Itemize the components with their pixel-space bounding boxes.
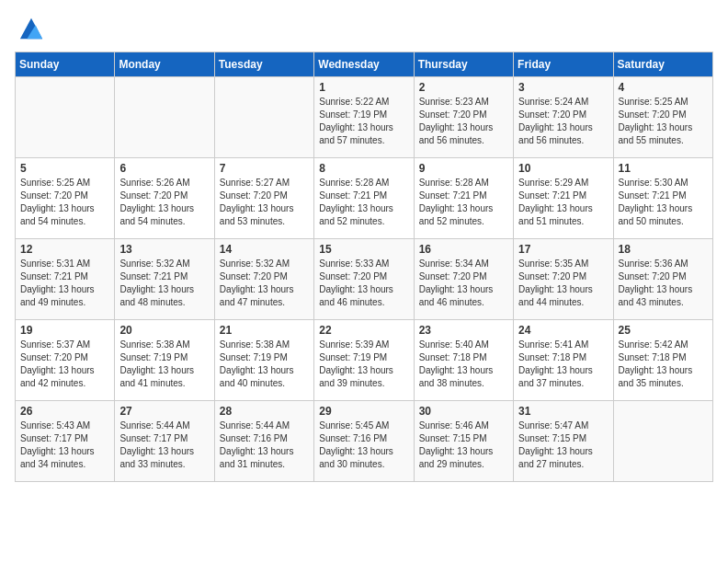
day-info: Sunrise: 5:25 AM Sunset: 7:20 PM Dayligh… [20, 177, 109, 228]
day-info: Sunrise: 5:22 AM Sunset: 7:19 PM Dayligh… [319, 96, 408, 147]
calendar-cell: 31Sunrise: 5:47 AM Sunset: 7:15 PM Dayli… [514, 401, 613, 482]
logo-icon [18, 15, 44, 40]
day-header-wednesday: Wednesday [314, 52, 414, 77]
day-number: 10 [518, 162, 608, 175]
day-info: Sunrise: 5:42 AM Sunset: 7:18 PM Dayligh… [619, 339, 708, 390]
day-number: 14 [220, 243, 309, 256]
logo [15, 15, 44, 40]
calendar-cell: 9Sunrise: 5:28 AM Sunset: 7:21 PM Daylig… [414, 158, 513, 239]
calendar-cell: 1Sunrise: 5:22 AM Sunset: 7:19 PM Daylig… [314, 77, 414, 158]
day-info: Sunrise: 5:24 AM Sunset: 7:20 PM Dayligh… [518, 96, 608, 147]
day-number: 13 [119, 243, 209, 256]
calendar-cell: 13Sunrise: 5:32 AM Sunset: 7:21 PM Dayli… [115, 239, 214, 320]
day-number: 12 [20, 243, 109, 256]
day-number: 23 [419, 324, 508, 337]
day-header-friday: Friday [514, 52, 613, 77]
calendar-cell: 12Sunrise: 5:31 AM Sunset: 7:21 PM Dayli… [16, 239, 115, 320]
calendar-cell: 23Sunrise: 5:40 AM Sunset: 7:18 PM Dayli… [414, 320, 513, 401]
day-info: Sunrise: 5:36 AM Sunset: 7:20 PM Dayligh… [619, 258, 708, 309]
day-number: 21 [220, 324, 309, 337]
day-number: 3 [518, 81, 608, 94]
day-header-saturday: Saturday [613, 52, 712, 77]
day-info: Sunrise: 5:47 AM Sunset: 7:15 PM Dayligh… [518, 419, 608, 471]
day-info: Sunrise: 5:38 AM Sunset: 7:19 PM Dayligh… [119, 339, 209, 390]
day-number: 18 [619, 243, 708, 256]
calendar-cell: 8Sunrise: 5:28 AM Sunset: 7:21 PM Daylig… [314, 158, 414, 239]
calendar-cell: 18Sunrise: 5:36 AM Sunset: 7:20 PM Dayli… [613, 239, 712, 320]
day-number: 31 [518, 405, 608, 418]
day-info: Sunrise: 5:38 AM Sunset: 7:19 PM Dayligh… [220, 339, 309, 390]
day-info: Sunrise: 5:27 AM Sunset: 7:20 PM Dayligh… [220, 177, 309, 228]
calendar-cell: 20Sunrise: 5:38 AM Sunset: 7:19 PM Dayli… [115, 320, 214, 401]
day-info: Sunrise: 5:37 AM Sunset: 7:20 PM Dayligh… [20, 339, 109, 390]
day-number: 24 [518, 324, 608, 337]
day-info: Sunrise: 5:26 AM Sunset: 7:20 PM Dayligh… [119, 177, 209, 228]
day-info: Sunrise: 5:34 AM Sunset: 7:20 PM Dayligh… [419, 258, 508, 309]
calendar-cell: 11Sunrise: 5:30 AM Sunset: 7:21 PM Dayli… [613, 158, 712, 239]
day-number: 2 [419, 81, 508, 94]
day-info: Sunrise: 5:39 AM Sunset: 7:19 PM Dayligh… [319, 339, 408, 390]
calendar-body: 1Sunrise: 5:22 AM Sunset: 7:19 PM Daylig… [16, 77, 713, 482]
calendar-cell: 7Sunrise: 5:27 AM Sunset: 7:20 PM Daylig… [214, 158, 313, 239]
page-header [15, 15, 713, 40]
calendar-table: SundayMondayTuesdayWednesdayThursdayFrid… [15, 52, 713, 482]
day-number: 17 [518, 243, 608, 256]
calendar-header: SundayMondayTuesdayWednesdayThursdayFrid… [16, 52, 713, 77]
week-row-1: 1Sunrise: 5:22 AM Sunset: 7:19 PM Daylig… [16, 77, 713, 158]
calendar-cell [214, 77, 313, 158]
day-info: Sunrise: 5:40 AM Sunset: 7:18 PM Dayligh… [419, 339, 508, 390]
day-number: 20 [119, 324, 209, 337]
day-info: Sunrise: 5:33 AM Sunset: 7:20 PM Dayligh… [319, 258, 408, 309]
calendar-cell: 24Sunrise: 5:41 AM Sunset: 7:18 PM Dayli… [514, 320, 613, 401]
day-info: Sunrise: 5:45 AM Sunset: 7:16 PM Dayligh… [319, 419, 408, 471]
day-info: Sunrise: 5:28 AM Sunset: 7:21 PM Dayligh… [419, 177, 508, 228]
calendar-cell: 15Sunrise: 5:33 AM Sunset: 7:20 PM Dayli… [314, 239, 414, 320]
day-number: 30 [419, 405, 508, 418]
calendar-cell: 28Sunrise: 5:44 AM Sunset: 7:16 PM Dayli… [214, 401, 313, 482]
header-row: SundayMondayTuesdayWednesdayThursdayFrid… [16, 52, 713, 77]
day-number: 27 [119, 405, 209, 418]
day-number: 7 [220, 162, 309, 175]
calendar-cell: 26Sunrise: 5:43 AM Sunset: 7:17 PM Dayli… [16, 401, 115, 482]
calendar-cell [613, 401, 712, 482]
day-header-sunday: Sunday [16, 52, 115, 77]
day-info: Sunrise: 5:31 AM Sunset: 7:21 PM Dayligh… [20, 258, 109, 309]
day-info: Sunrise: 5:46 AM Sunset: 7:15 PM Dayligh… [419, 419, 508, 471]
day-info: Sunrise: 5:32 AM Sunset: 7:21 PM Dayligh… [119, 258, 209, 309]
day-number: 19 [20, 324, 109, 337]
day-number: 9 [419, 162, 508, 175]
day-number: 26 [20, 405, 109, 418]
day-info: Sunrise: 5:44 AM Sunset: 7:17 PM Dayligh… [119, 419, 209, 471]
day-number: 22 [319, 324, 408, 337]
day-header-monday: Monday [115, 52, 214, 77]
calendar-cell: 4Sunrise: 5:25 AM Sunset: 7:20 PM Daylig… [613, 77, 712, 158]
calendar-cell: 29Sunrise: 5:45 AM Sunset: 7:16 PM Dayli… [314, 401, 414, 482]
day-number: 16 [419, 243, 508, 256]
calendar-cell: 27Sunrise: 5:44 AM Sunset: 7:17 PM Dayli… [115, 401, 214, 482]
day-number: 1 [319, 81, 408, 94]
day-info: Sunrise: 5:25 AM Sunset: 7:20 PM Dayligh… [619, 96, 708, 147]
calendar-cell: 2Sunrise: 5:23 AM Sunset: 7:20 PM Daylig… [414, 77, 513, 158]
day-number: 8 [319, 162, 408, 175]
week-row-4: 19Sunrise: 5:37 AM Sunset: 7:20 PM Dayli… [16, 320, 713, 401]
calendar-cell: 30Sunrise: 5:46 AM Sunset: 7:15 PM Dayli… [414, 401, 513, 482]
calendar-cell: 22Sunrise: 5:39 AM Sunset: 7:19 PM Dayli… [314, 320, 414, 401]
day-number: 29 [319, 405, 408, 418]
day-info: Sunrise: 5:30 AM Sunset: 7:21 PM Dayligh… [619, 177, 708, 228]
day-number: 28 [220, 405, 309, 418]
week-row-2: 5Sunrise: 5:25 AM Sunset: 7:20 PM Daylig… [16, 158, 713, 239]
day-number: 11 [619, 162, 708, 175]
calendar-cell: 5Sunrise: 5:25 AM Sunset: 7:20 PM Daylig… [16, 158, 115, 239]
day-info: Sunrise: 5:35 AM Sunset: 7:20 PM Dayligh… [518, 258, 608, 309]
day-info: Sunrise: 5:23 AM Sunset: 7:20 PM Dayligh… [419, 96, 508, 147]
calendar-cell: 14Sunrise: 5:32 AM Sunset: 7:20 PM Dayli… [214, 239, 313, 320]
day-info: Sunrise: 5:29 AM Sunset: 7:21 PM Dayligh… [518, 177, 608, 228]
calendar-cell: 3Sunrise: 5:24 AM Sunset: 7:20 PM Daylig… [514, 77, 613, 158]
day-number: 5 [20, 162, 109, 175]
calendar-cell: 16Sunrise: 5:34 AM Sunset: 7:20 PM Dayli… [414, 239, 513, 320]
day-info: Sunrise: 5:28 AM Sunset: 7:21 PM Dayligh… [319, 177, 408, 228]
day-info: Sunrise: 5:32 AM Sunset: 7:20 PM Dayligh… [220, 258, 309, 309]
day-info: Sunrise: 5:44 AM Sunset: 7:16 PM Dayligh… [220, 419, 309, 471]
week-row-5: 26Sunrise: 5:43 AM Sunset: 7:17 PM Dayli… [16, 401, 713, 482]
day-header-thursday: Thursday [414, 52, 513, 77]
